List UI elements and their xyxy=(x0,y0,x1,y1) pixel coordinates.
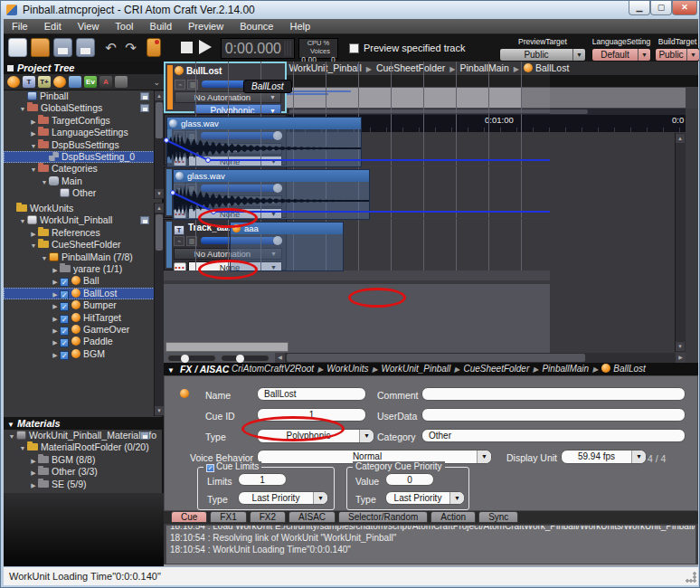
expander-icon[interactable]: ▼ xyxy=(29,140,38,152)
tree-scrollbar[interactable]: ▲▼ xyxy=(154,203,164,416)
tree-item-gameover[interactable]: ▶✓GameOver xyxy=(4,324,164,336)
scroll-left-icon[interactable]: ◀ xyxy=(275,353,285,363)
cue-checkbox[interactable]: ✓ xyxy=(60,351,69,360)
tree-item-pinball[interactable]: Pinball xyxy=(4,90,164,102)
expander-icon[interactable]: ▶ xyxy=(29,128,38,139)
expander-icon[interactable]: ▼ xyxy=(18,442,27,454)
expander-icon[interactable]: ▼ xyxy=(29,240,38,251)
play-button[interactable] xyxy=(199,40,212,54)
priority-type-dropdown[interactable]: Last Priority▼ xyxy=(385,491,465,505)
tree-item-bgm[interactable]: ▶✓BGM xyxy=(4,348,164,360)
menu-item-edit[interactable]: Edit xyxy=(36,21,70,32)
expander-icon[interactable]: ▶ xyxy=(29,116,38,128)
empty-track-slot[interactable] xyxy=(166,342,289,352)
display-unit-dropdown[interactable]: 59.94 fps▼ xyxy=(561,450,647,464)
text-track-add-icon[interactable]: T+ xyxy=(38,76,51,88)
cue-ball2-icon[interactable] xyxy=(53,76,66,88)
timeline-horizontal-scrollbar[interactable]: ◀ ▶ xyxy=(275,353,686,363)
value-field[interactable]: 0 xyxy=(385,473,434,486)
cue-checkbox[interactable]: ✓ xyxy=(60,315,69,324)
window-icon[interactable] xyxy=(69,76,81,88)
tree-item-workunits[interactable]: WorkUnits xyxy=(4,203,164,214)
save-icon[interactable] xyxy=(53,38,72,57)
tree-item-dspbussetting_0[interactable]: DspBusSetting_0 xyxy=(4,151,164,163)
breadcrumb-item[interactable]: WorkUnits xyxy=(326,364,368,374)
cue-checkbox[interactable]: ✓ xyxy=(60,327,69,336)
tree-item-paddle[interactable]: ▶✓Paddle xyxy=(4,336,164,347)
preview-specified-track-checkbox[interactable] xyxy=(349,43,359,53)
menu-item-preview[interactable]: Preview xyxy=(180,21,232,32)
stop-button[interactable] xyxy=(181,42,193,53)
cue-checkbox[interactable]: ✓ xyxy=(60,302,69,311)
event-icon[interactable]: Ev xyxy=(84,76,97,88)
tab-fx1[interactable]: FX1 xyxy=(210,511,246,523)
scroll-down-icon[interactable]: ▼ xyxy=(676,342,685,351)
expander-icon[interactable]: ▶ xyxy=(51,300,60,312)
menu-item-help[interactable]: Help xyxy=(281,21,318,32)
menu-item-tool[interactable]: Tool xyxy=(107,21,141,32)
menu-item-bounce[interactable]: Bounce xyxy=(232,21,281,32)
open-project-icon[interactable] xyxy=(31,38,50,57)
build-target-dropdown[interactable]: Public ▼ xyxy=(655,48,700,62)
tree-item-references[interactable]: ▶References xyxy=(4,227,164,239)
menu-item-view[interactable]: View xyxy=(70,21,108,32)
expander-icon[interactable]: ▶ xyxy=(51,337,60,348)
breadcrumb-item[interactable]: WorkUnit_Pinball xyxy=(382,364,451,374)
zoom-slider-h[interactable] xyxy=(167,355,216,362)
expander-icon[interactable]: ▼ xyxy=(18,103,27,115)
menu-item-build[interactable]: Build xyxy=(142,21,180,32)
limits-type-dropdown[interactable]: Last Priority▼ xyxy=(238,491,328,505)
expander-icon[interactable]: ▶ xyxy=(29,479,38,491)
comment-field[interactable] xyxy=(421,387,686,401)
expander-icon[interactable]: ▶ xyxy=(51,276,60,288)
tree-item-other[interactable]: ▶Other (3/3) xyxy=(4,466,164,478)
expander-icon[interactable]: ▼ xyxy=(40,252,49,264)
expander-icon[interactable]: ▶ xyxy=(29,455,38,467)
expander-icon[interactable]: ▶ xyxy=(51,325,60,337)
tab-selector-random[interactable]: Selector/Random xyxy=(338,511,428,523)
tree-item-main[interactable]: ▼Main xyxy=(4,175,164,187)
resize-grip[interactable] xyxy=(686,572,696,583)
expander-icon[interactable]: ▼ xyxy=(7,431,16,442)
export-icon[interactable] xyxy=(147,38,161,57)
tab-sync[interactable]: Sync xyxy=(478,511,518,523)
tree-item-workunit_pinball[interactable]: ▼WorkUnit_Pinball xyxy=(4,214,164,226)
log-panel[interactable]: 18:10:54 : Load WorkUnit E:/cri/unity/sa… xyxy=(166,525,696,564)
expander-icon[interactable]: ▶ xyxy=(51,289,60,300)
tree-item-dspbussettings[interactable]: ▼DspBusSettings xyxy=(4,139,164,151)
tree-scrollbar[interactable]: ▲▼ xyxy=(154,90,164,199)
limits-field[interactable]: 1 xyxy=(238,473,287,486)
userdata-field[interactable] xyxy=(421,408,686,422)
breadcrumb-item[interactable]: CriAtomCraftV2Root xyxy=(232,364,314,374)
expander-icon[interactable]: ▼ xyxy=(18,215,27,227)
expander-icon[interactable]: ▶ xyxy=(29,228,38,240)
tab-action[interactable]: Action xyxy=(430,511,476,523)
tree-item-workunit_pinball_materialinfo[interactable]: ▼WorkUnit_Pinball_MaterialInfo xyxy=(4,430,164,441)
tree-item-se[interactable]: ▶SE (5/9) xyxy=(4,479,164,490)
save-all-icon[interactable] xyxy=(76,38,95,57)
undo-icon[interactable]: ↶ xyxy=(101,38,120,57)
cue-limits-checkbox[interactable]: ✓ xyxy=(206,464,214,472)
tree-item-other[interactable]: Other xyxy=(4,187,164,199)
maximize-button[interactable]: ▢ xyxy=(650,1,672,15)
name-field[interactable]: BallLost xyxy=(257,387,366,401)
tree-item-cuesheetfolder[interactable]: ▼CueSheetFolder xyxy=(4,239,164,251)
tab-cue[interactable]: Cue xyxy=(171,511,207,523)
scroll-thumb[interactable] xyxy=(156,214,163,251)
tree-item-pinballmain[interactable]: ▼PinballMain (7/8) xyxy=(4,251,164,263)
cue-ball-icon[interactable] xyxy=(7,76,20,88)
tree-item-ball[interactable]: ▶✓Ball xyxy=(4,275,164,287)
expander-icon[interactable]: ▶ xyxy=(51,349,60,361)
close-button[interactable]: ✕ xyxy=(672,1,697,15)
tree-item-materialrootfolder[interactable]: ▼MaterialRootFolder (0/20) xyxy=(4,441,164,453)
type-dropdown[interactable]: Polyphonic▼ xyxy=(257,429,374,443)
breadcrumb-item[interactable]: CueSheetFolder xyxy=(463,364,529,374)
menu-item-file[interactable]: File xyxy=(4,21,36,32)
expander-icon[interactable]: ▼ xyxy=(40,176,49,188)
redo-icon[interactable]: ↷ xyxy=(121,38,140,57)
scroll-thumb[interactable] xyxy=(156,102,163,138)
zoom-slider-v[interactable] xyxy=(221,355,270,362)
aisac-icon[interactable]: A xyxy=(99,76,112,88)
tree-item-languagesettings[interactable]: ▶LanguageSettings xyxy=(4,127,164,138)
tree-item-bumper[interactable]: ▶✓Bumper xyxy=(4,299,164,311)
